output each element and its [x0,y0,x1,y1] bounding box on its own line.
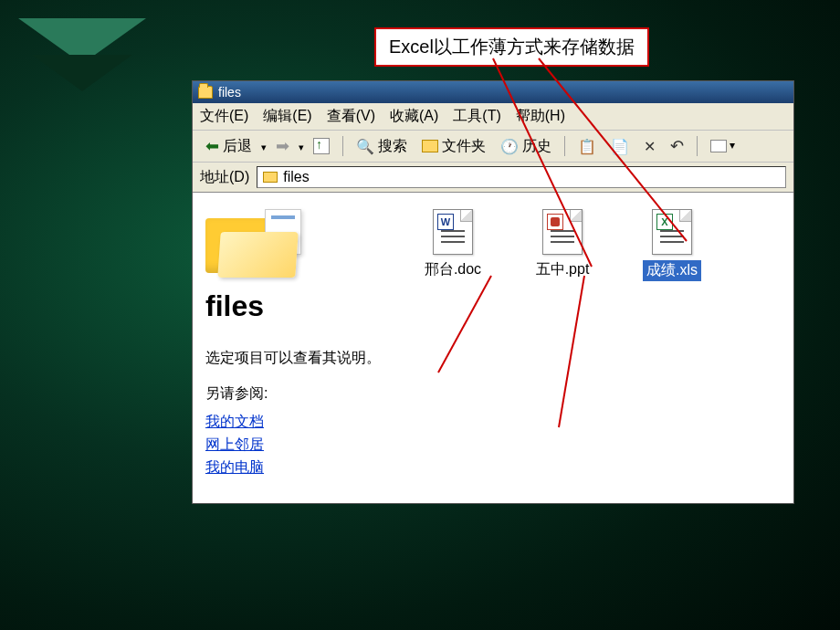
address-value: files [283,169,309,185]
folder-icon-small [263,172,278,183]
file-label: 五中.ppt [536,260,590,279]
copyto-button[interactable] [605,136,635,157]
moveto-button[interactable] [572,136,602,157]
delete-icon [644,138,656,155]
file-label: 邢台.doc [425,260,481,279]
menu-favorites[interactable]: 收藏(A) [390,107,438,126]
undo-icon [670,136,684,156]
file-item-ppt[interactable]: 五中.ppt [521,209,604,279]
folders-icon [422,140,438,152]
back-dropdown[interactable] [261,138,267,154]
side-pane: files 选定项目可以查看其说明。 另请参阅: 我的文档 网上邻居 我的电脑 [193,193,403,503]
titlebar[interactable]: files [193,81,793,103]
address-input[interactable]: files [257,166,786,188]
search-button[interactable]: 搜索 [351,135,413,158]
menu-help[interactable]: 帮助(H) [516,107,565,126]
views-button[interactable] [705,138,732,154]
link-my-documents[interactable]: 我的文档 [205,413,390,432]
search-icon [356,138,374,155]
forward-button[interactable] [270,134,295,158]
menubar: 文件(E) 编辑(E) 查看(V) 收藏(A) 工具(T) 帮助(H) [193,103,793,131]
toolbar: 后退 搜索 文件夹 历史 [193,131,793,163]
link-network-neighborhood[interactable]: 网上邻居 [205,436,390,455]
menu-file[interactable]: 文件(E) [200,107,248,126]
back-icon [205,136,219,156]
menu-tools[interactable]: 工具(T) [453,107,500,126]
folder-icon [198,86,213,99]
link-my-computer[interactable]: 我的电脑 [205,458,390,478]
content-area: files 选定项目可以查看其说明。 另请参阅: 我的文档 网上邻居 我的电脑 … [193,193,793,503]
up-icon [313,138,330,154]
file-item-xls[interactable]: X 成绩.xls [631,209,713,281]
moveto-icon [578,138,596,155]
decorative-triangle [18,18,146,110]
views-icon [710,140,727,152]
excel-file-icon: X [652,209,692,255]
addressbar: 地址(D) files [193,163,793,193]
ppt-file-icon [542,209,583,255]
callout-excel: Excel以工作薄方式来存储数据 [374,27,649,67]
forward-icon [276,136,289,156]
file-item-doc[interactable]: W 邢台.doc [412,209,494,279]
folder-name-heading: files [205,289,390,323]
folders-button[interactable]: 文件夹 [416,135,491,158]
delete-button[interactable] [638,136,661,157]
see-also-label: 另请参阅: [205,384,390,404]
back-button[interactable]: 后退 [200,134,257,158]
history-icon [500,138,519,155]
forward-dropdown[interactable] [299,138,304,154]
word-file-icon: W [433,209,473,255]
up-button[interactable] [308,136,335,156]
address-label: 地址(D) [200,168,249,187]
file-label: 成绩.xls [643,260,701,281]
copyto-icon [611,138,629,155]
explorer-window: files 文件(E) 编辑(E) 查看(V) 收藏(A) 工具(T) 帮助(H… [192,80,794,504]
history-button[interactable]: 历史 [495,135,557,158]
folder-description: 选定项目可以查看其说明。 [205,349,390,368]
menu-edit[interactable]: 编辑(E) [263,107,311,126]
undo-button[interactable] [665,134,689,158]
menu-view[interactable]: 查看(V) [327,107,375,126]
folder-large-icon [205,209,306,282]
file-list: W 邢台.doc 五中.ppt X 成绩.xls [403,193,793,503]
window-title: files [218,85,241,100]
